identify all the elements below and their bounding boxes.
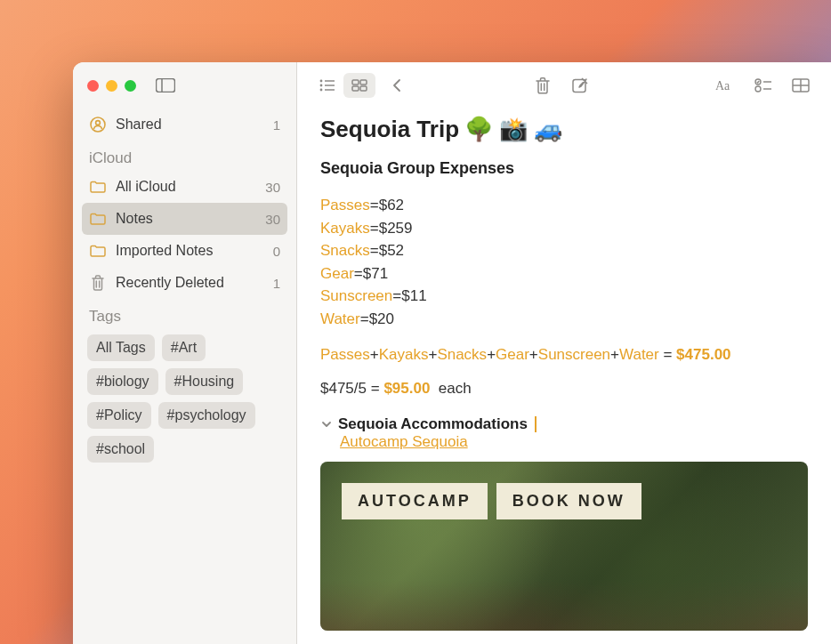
note-title: Sequoia Trip 🌳 📸 🚙	[320, 116, 808, 143]
tag-school[interactable]: #school	[87, 436, 154, 463]
folder-icon	[89, 178, 107, 196]
sidebar-item-count: 30	[265, 212, 280, 227]
toolbar: Aa	[297, 62, 831, 109]
expense-lines: Passes=$62 Kayaks=$259 Snacks=$52 Gear=$…	[320, 194, 808, 330]
title-emoji: 🌳 📸 🚙	[464, 116, 562, 143]
sidebar-item-label: Shared	[116, 117, 162, 133]
svg-point-18	[755, 86, 761, 92]
expense-line: Passes=$62	[320, 194, 808, 217]
svg-point-4	[320, 80, 323, 83]
svg-rect-13	[360, 86, 367, 91]
section-header-row[interactable]: Sequoia Accommodations	[320, 415, 808, 433]
formula-line: Passes+Kayaks+Snacks+Gear+Sunscreen+Wate…	[320, 346, 808, 364]
expense-line: Sunscreen=$11	[320, 285, 808, 308]
chevron-down-icon	[320, 418, 333, 431]
table-icon	[792, 78, 810, 93]
minimize-window-button[interactable]	[106, 80, 117, 92]
image-overlay-autocamp: AUTOCAMP	[342, 483, 488, 519]
shared-icon	[89, 116, 107, 133]
svg-rect-10	[352, 80, 359, 85]
autocamp-link[interactable]: Autocamp Sequoia	[340, 433, 468, 450]
section-header-text: Sequoia Accommodations	[338, 415, 528, 433]
folder-icon	[89, 242, 107, 260]
toggle-sidebar-button[interactable]	[154, 76, 177, 94]
sidebar: Shared 1 iCloud All iCloud 30 Notes	[73, 62, 297, 644]
back-button[interactable]	[381, 73, 413, 98]
checklist-button[interactable]	[747, 73, 779, 98]
note-editor: Aa Sequoia Trip 🌳 📸 🚙 Sequoia Group Expe…	[297, 62, 831, 644]
sidebar-section-tags: Tags	[82, 299, 287, 329]
expense-line: Kayaks=$259	[320, 217, 808, 240]
sidebar-item-notes[interactable]: Notes 30	[82, 203, 287, 235]
tag-art[interactable]: #Art	[162, 334, 206, 361]
format-icon: Aa	[715, 78, 737, 93]
tag-psychology[interactable]: #psychology	[158, 402, 255, 429]
sidebar-item-all-icloud[interactable]: All iCloud 30	[82, 171, 287, 203]
sidebar-section-icloud: iCloud	[82, 141, 287, 171]
tag-biology[interactable]: #biology	[87, 368, 158, 395]
trash-icon	[89, 274, 107, 292]
expense-line: Water=$20	[320, 308, 808, 331]
sidebar-item-label: Notes	[116, 211, 153, 227]
note-body[interactable]: Sequoia Trip 🌳 📸 🚙 Sequoia Group Expense…	[297, 109, 831, 631]
sidebar-item-count: 1	[273, 276, 280, 291]
compose-icon	[571, 76, 589, 94]
window-titlebar	[73, 62, 296, 109]
text-cursor	[535, 416, 537, 432]
delete-button[interactable]	[527, 73, 559, 98]
embedded-image[interactable]: AUTOCAMP BOOK NOW	[320, 462, 808, 631]
split-line: $475/5 = $95.00 each	[320, 380, 808, 398]
tag-housing[interactable]: #Housing	[165, 368, 244, 395]
list-view-button[interactable]	[311, 73, 343, 98]
svg-point-5	[320, 85, 323, 87]
sidebar-item-label: Recently Deleted	[116, 275, 224, 291]
tag-policy[interactable]: #Policy	[87, 402, 151, 429]
chevron-left-icon	[392, 78, 401, 93]
sidebar-icon	[156, 78, 175, 93]
sidebar-item-count: 1	[273, 117, 280, 133]
gallery-view-button[interactable]	[343, 73, 375, 98]
maximize-window-button[interactable]	[125, 80, 136, 92]
note-subheading: Sequoia Group Expenses	[320, 159, 808, 178]
tags-area: All Tags #Art #biology #Housing #Policy …	[82, 329, 287, 468]
list-icon	[319, 79, 335, 92]
sidebar-item-count: 30	[265, 180, 280, 195]
sidebar-item-label: All iCloud	[116, 179, 176, 195]
trash-icon	[535, 76, 551, 94]
sidebar-item-recently-deleted[interactable]: Recently Deleted 1	[82, 267, 287, 299]
image-overlay-book-now: BOOK NOW	[496, 483, 641, 519]
svg-point-6	[320, 89, 323, 92]
checklist-icon	[754, 78, 772, 93]
svg-rect-0	[157, 79, 175, 93]
svg-point-3	[96, 121, 101, 125]
svg-text:Aa: Aa	[715, 79, 730, 93]
svg-rect-11	[360, 80, 367, 85]
new-note-button[interactable]	[564, 73, 596, 98]
grid-icon	[351, 79, 367, 92]
sidebar-item-shared[interactable]: Shared 1	[82, 109, 287, 141]
sidebar-item-count: 0	[273, 244, 280, 259]
table-button[interactable]	[785, 73, 817, 98]
close-window-button[interactable]	[87, 80, 99, 92]
accommodation-link-line: Autocamp Sequoia	[340, 433, 808, 451]
format-button[interactable]: Aa	[710, 73, 742, 98]
sidebar-item-label: Imported Notes	[116, 243, 213, 259]
view-mode-segment	[311, 73, 375, 98]
svg-rect-12	[352, 86, 359, 91]
window-controls	[87, 80, 136, 92]
expense-line: Snacks=$52	[320, 239, 808, 262]
sidebar-item-imported-notes[interactable]: Imported Notes 0	[82, 235, 287, 267]
expense-line: Gear=$71	[320, 262, 808, 286]
folder-icon	[89, 210, 107, 228]
notes-window: Shared 1 iCloud All iCloud 30 Notes	[73, 62, 831, 644]
tag-all-tags[interactable]: All Tags	[87, 334, 155, 361]
